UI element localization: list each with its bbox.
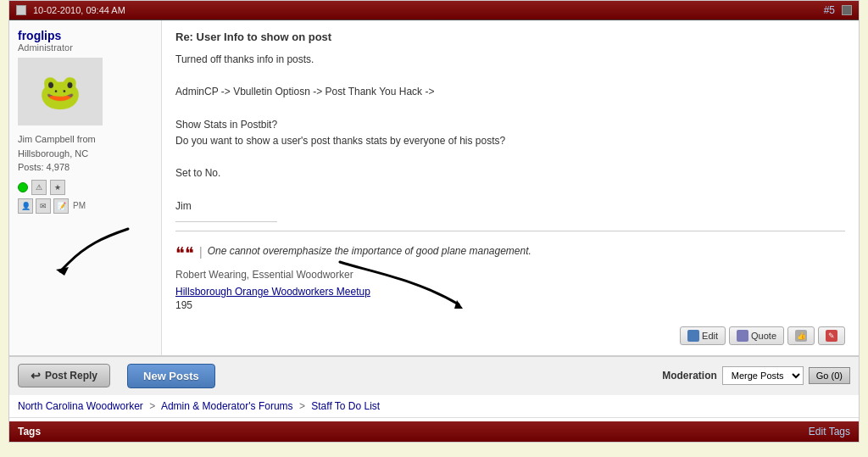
edit-button[interactable]: Edit (680, 326, 726, 345)
warning-icon[interactable]: ⚠ (31, 180, 47, 195)
online-status-dot (18, 182, 28, 192)
post-signature: ❝❝ | One cannot overemphasize the import… (175, 231, 845, 311)
moderation-area: Moderation Merge Posts Go (0) (662, 366, 850, 385)
tags-label: Tags (18, 426, 41, 437)
quote-open-icon: ❝❝ (175, 245, 194, 262)
thanks-button[interactable]: 👍 (787, 326, 815, 345)
post-body: froglips Administrator 🐸 Jim Campbell fr… (9, 20, 859, 356)
edit-icon (687, 330, 699, 342)
breadcrumb-item-2[interactable]: Admin & Moderator's Forums (161, 400, 293, 412)
quote-block: ❝❝ | One cannot overemphasize the import… (175, 245, 845, 262)
user-avatar: 🐸 (18, 58, 103, 125)
edit-tags-link[interactable]: Edit Tags (809, 426, 850, 437)
go-button[interactable]: Go (0) (809, 367, 850, 384)
pm-label: PM (73, 201, 86, 210)
post-actions: Edit Quote 👍 ✎ (175, 320, 845, 345)
user-icons-row: ⚠ ★ (18, 180, 153, 195)
annotation-arrow-left (18, 220, 153, 288)
new-posts-button[interactable]: New Posts (127, 364, 215, 388)
sig-link[interactable]: Hillsborough Orange Woodworkers Meetup (175, 286, 370, 298)
breadcrumb-sep-2: > (299, 400, 305, 412)
breadcrumb: North Carolina Woodworker > Admin & Mode… (9, 395, 859, 418)
profile-icon[interactable]: 👤 (18, 198, 33, 214)
post-reply-icon: ↩ (31, 369, 41, 382)
quote-separator: | (199, 245, 203, 259)
svg-marker-0 (56, 267, 69, 276)
email-icon[interactable]: ✉ (36, 198, 51, 214)
blog-icon[interactable]: 📝 (53, 198, 69, 214)
post-header-bar: 10-02-2010, 09:44 AM #5 (9, 1, 859, 20)
post-header-left: 10-02-2010, 09:44 AM (16, 5, 125, 15)
report-button[interactable]: ✎ (818, 326, 845, 345)
quote-button[interactable]: Quote (729, 326, 784, 345)
post-number-link[interactable]: #5 (824, 4, 835, 16)
post-date: 10-02-2010, 09:44 AM (33, 5, 125, 15)
reputation-icon[interactable]: ★ (50, 180, 65, 195)
calendar-icon (16, 5, 26, 15)
moderation-label: Moderation (662, 370, 717, 382)
breadcrumb-sep-1: > (149, 400, 155, 412)
avatar-image: 🐸 (39, 72, 81, 112)
post-reply-button[interactable]: ↩ Post Reply (18, 364, 110, 387)
post-options-icon[interactable] (842, 5, 852, 15)
tags-bar: Tags Edit Tags (9, 421, 859, 442)
quote-icon (737, 330, 748, 342)
bottom-action-bar: ↩ Post Reply New Posts Moderation Merge … (9, 356, 859, 395)
post-body-text: Turned off thanks info in posts. AdminCP… (175, 52, 845, 215)
breadcrumb-item-1[interactable]: North Carolina Woodworker (18, 400, 143, 412)
post-content: Re: User Info to show on post Turned off… (162, 20, 859, 355)
post-number: #5 (824, 4, 835, 16)
username-link[interactable]: froglips (18, 29, 61, 42)
sig-attribution: Robert Wearing, Essential Woodworker (175, 269, 845, 281)
user-role: Administrator (18, 42, 153, 53)
breadcrumb-item-3[interactable]: Staff To Do List (311, 400, 380, 412)
sig-number: 195 (175, 299, 845, 311)
thanks-icon: 👍 (795, 330, 807, 342)
user-info: Jim Campbell from Hillsborough, NC Posts… (18, 132, 153, 175)
quote-text: One cannot overemphasize the importance … (208, 245, 531, 257)
report-icon: ✎ (826, 330, 837, 342)
moderation-select[interactable]: Merge Posts (722, 366, 804, 385)
user-sidebar: froglips Administrator 🐸 Jim Campbell fr… (9, 20, 162, 355)
post-title: Re: User Info to show on post (175, 31, 845, 43)
